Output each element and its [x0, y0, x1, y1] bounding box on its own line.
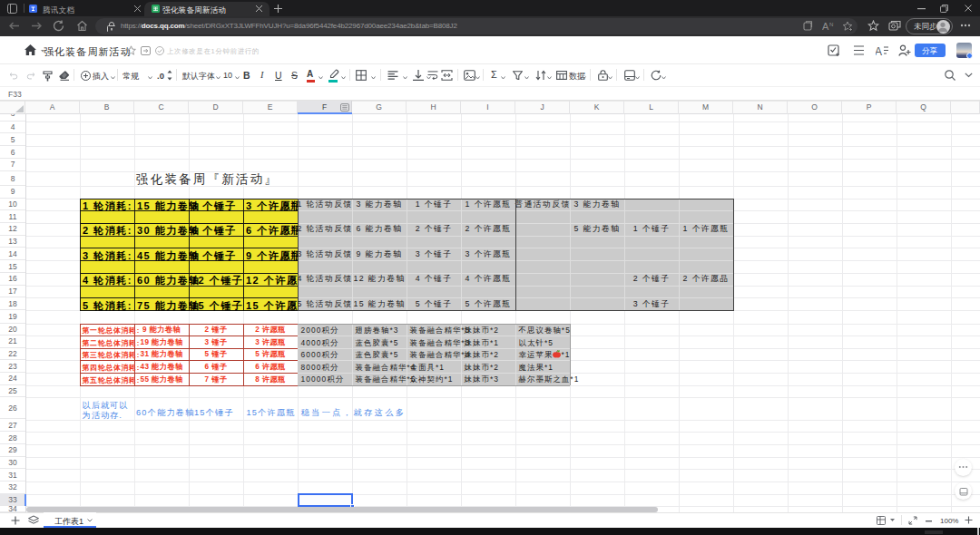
svg-text:A: A [822, 21, 829, 31]
svg-text:N: N [829, 22, 833, 27]
svg-text:A: A [876, 45, 882, 55]
